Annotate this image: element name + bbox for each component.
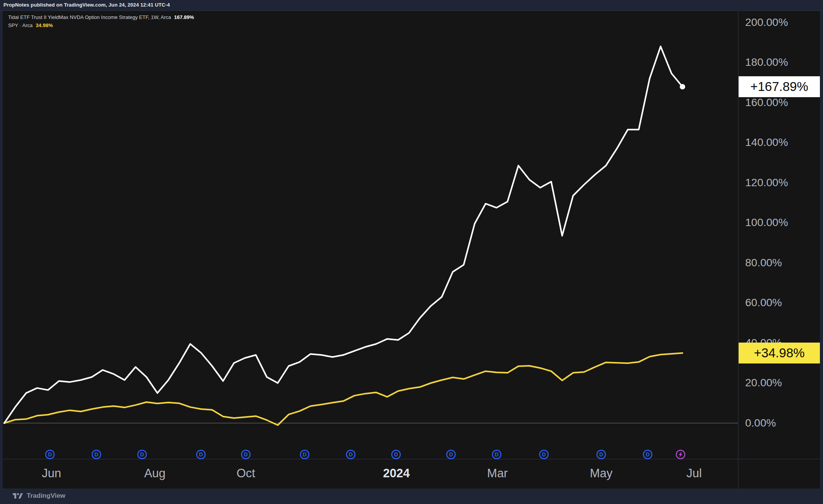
price-axis-tick: 20.00% <box>745 377 819 389</box>
price-plot[interactable]: DDDDDDDDDDDDD <box>3 11 820 489</box>
price-axis-tick: 0.00% <box>745 417 819 429</box>
main-series-value: 167.89% <box>174 14 194 20</box>
dividend-marker-letter: D <box>449 451 453 458</box>
compare-series-label[interactable]: SPY · Arca <box>8 22 33 28</box>
chart-legend: Tidal ETF Trust II YieldMax NVDA Option … <box>8 13 194 29</box>
dividend-marker-letter: D <box>48 451 52 458</box>
dividend-marker-letter: D <box>495 451 499 458</box>
main-series-label[interactable]: Tidal ETF Trust II YieldMax NVDA Option … <box>8 14 171 20</box>
time-axis-label: Jul <box>686 466 702 480</box>
chart-panel[interactable]: DDDDDDDDDDDDD Tidal ETF Trust II YieldMa… <box>3 11 820 489</box>
spy-series-line[interactable] <box>4 353 682 425</box>
price-axis-tick: 120.00% <box>745 177 819 189</box>
dividend-marker-letter: D <box>244 451 248 458</box>
dividend-marker-letter: D <box>303 451 307 458</box>
lightning-icon <box>679 452 682 457</box>
tradingview-logo-icon <box>13 493 23 499</box>
last-price-badge-nvdy: +167.89% <box>739 76 820 97</box>
brand-name: TradingView <box>27 492 65 500</box>
dividend-marker-letter: D <box>542 451 546 458</box>
last-price-badge-spy: +34.98% <box>739 343 820 363</box>
dividend-marker-letter: D <box>646 451 650 458</box>
price-axis-tick: 80.00% <box>745 257 819 269</box>
compare-series-value: 34.98% <box>36 22 53 28</box>
time-axis-label: 2024 <box>383 466 410 480</box>
legend-row-compare[interactable]: SPY · Arca34.98% <box>8 21 194 29</box>
dividend-marker-letter: D <box>140 451 144 458</box>
dividend-marker-letter: D <box>94 451 98 458</box>
price-axis-tick: 180.00% <box>745 56 819 69</box>
dividend-marker-letter: D <box>394 451 398 458</box>
dividend-marker-letter: D <box>599 451 603 458</box>
last-value-dot <box>680 84 685 89</box>
tradingview-chart-screenshot: PropNotes published on TradingView.com, … <box>0 0 823 504</box>
publish-attribution-text: PropNotes published on TradingView.com, … <box>3 2 170 8</box>
legend-row-main[interactable]: Tidal ETF Trust II YieldMax NVDA Option … <box>8 13 194 21</box>
price-axis-tick: 200.00% <box>745 16 819 29</box>
time-axis-label: Mar <box>487 466 508 480</box>
price-axis-tick: 60.00% <box>745 297 819 309</box>
nvdy-series-line[interactable] <box>4 46 682 423</box>
time-axis-label: Jun <box>42 466 61 480</box>
time-axis-label: Oct <box>237 466 255 480</box>
publish-bar: PropNotes published on TradingView.com, … <box>0 0 823 11</box>
time-axis-label: May <box>590 466 613 480</box>
price-axis-tick: 100.00% <box>745 216 819 229</box>
dividend-marker-letter: D <box>349 451 353 458</box>
price-axis-tick: 160.00% <box>745 96 819 109</box>
price-axis-tick: 140.00% <box>745 136 819 149</box>
dividend-marker-letter: D <box>199 451 203 458</box>
brand-bar: TradingView <box>0 489 823 504</box>
time-axis-label: Aug <box>144 466 165 480</box>
